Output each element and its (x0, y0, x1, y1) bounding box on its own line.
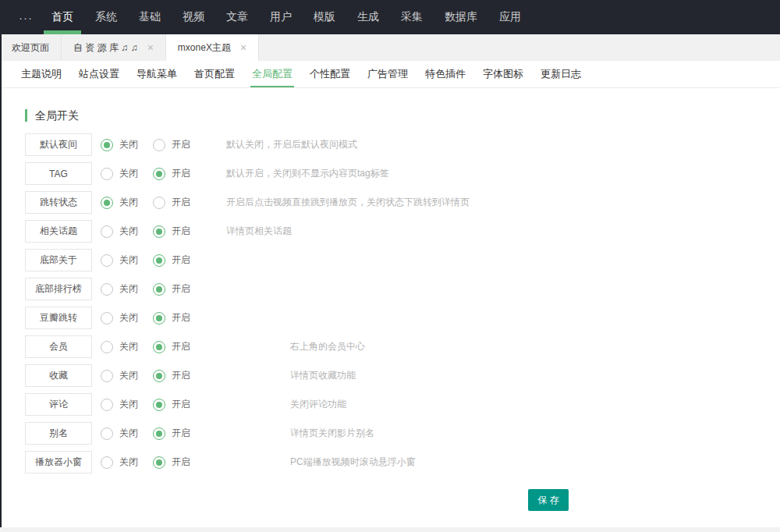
radio-option-on[interactable]: 开启 (153, 398, 193, 411)
topnav-item[interactable]: 基础 (131, 0, 168, 34)
radio-option-on[interactable]: 开启 (153, 311, 193, 325)
topnav-item[interactable]: 数据库 (437, 0, 485, 34)
radio-on-label[interactable]: 开启 (172, 254, 190, 267)
radio-off-circle[interactable] (101, 370, 113, 382)
radio-option-off[interactable]: 关闭 (101, 369, 141, 382)
radio-on-label[interactable]: 开启 (172, 456, 190, 469)
radio-on-circle[interactable] (153, 312, 165, 325)
radio-option-on[interactable]: 开启 (153, 225, 193, 238)
radio-option-on[interactable]: 开启 (153, 196, 193, 209)
radio-option-off[interactable]: 关闭 (101, 225, 141, 238)
radio-option-off[interactable]: 关闭 (101, 456, 141, 469)
topnav-item[interactable]: 模版 (306, 0, 343, 34)
config-tab[interactable]: 特色插件 (424, 61, 467, 87)
config-tab[interactable]: 导航菜单 (135, 61, 179, 87)
radio-on-label[interactable]: 开启 (172, 167, 190, 180)
radio-off-label[interactable]: 关闭 (119, 254, 138, 267)
radio-on-circle[interactable] (153, 139, 165, 151)
radio-on-circle[interactable] (153, 283, 165, 296)
topnav-item[interactable]: 首页 (44, 0, 81, 34)
radio-off-label[interactable]: 关闭 (119, 398, 138, 411)
radio-on-label[interactable]: 开启 (172, 369, 190, 382)
radio-on-circle[interactable] (153, 370, 165, 382)
radio-off-circle[interactable] (101, 254, 113, 267)
close-icon[interactable]: × (147, 42, 154, 53)
config-tab[interactable]: 字体图标 (481, 61, 525, 87)
config-tab[interactable]: 主题说明 (20, 61, 63, 87)
radio-off-circle[interactable] (101, 197, 113, 209)
radio-option-off[interactable]: 关闭 (101, 196, 141, 209)
radio-on-circle[interactable] (153, 456, 165, 469)
radio-on-label[interactable]: 开启 (172, 340, 190, 353)
radio-off-circle[interactable] (101, 225, 113, 238)
radio-option-on[interactable]: 开启 (153, 254, 193, 267)
config-tab[interactable]: 广告管理 (366, 61, 410, 87)
page-tab[interactable]: 欢迎页面 × (0, 34, 62, 61)
radio-option-off[interactable]: 关闭 (101, 254, 141, 267)
radio-option-off[interactable]: 关闭 (101, 282, 141, 296)
radio-off-label[interactable]: 关闭 (119, 196, 138, 209)
config-tab[interactable]: 首页配置 (193, 61, 236, 87)
radio-option-on[interactable]: 开启 (153, 456, 193, 469)
topnav-item[interactable]: 用户 (262, 0, 300, 34)
radio-on-circle[interactable] (153, 341, 165, 353)
radio-off-label[interactable]: 关闭 (119, 369, 138, 382)
radio-on-circle[interactable] (153, 254, 165, 267)
topnav-item[interactable]: 视频 (175, 0, 212, 34)
config-tab[interactable]: 全局配置 (250, 61, 294, 87)
radio-on-label[interactable]: 开启 (172, 138, 190, 151)
radio-on-label[interactable]: 开启 (172, 225, 190, 238)
radio-on-circle[interactable] (153, 168, 165, 180)
radio-off-label[interactable]: 关闭 (119, 138, 138, 151)
close-icon[interactable]: × (240, 42, 246, 53)
radio-off-circle[interactable] (101, 283, 113, 296)
radio-option-off[interactable]: 关闭 (101, 340, 141, 353)
config-tab[interactable]: 更新日志 (539, 61, 583, 87)
radio-on-circle[interactable] (153, 427, 165, 440)
topnav-item[interactable]: 采集 (393, 0, 431, 34)
page-tab[interactable]: 自 资 源 库 ♫ ♫ × (62, 34, 166, 61)
topnav-item[interactable]: 系统 (87, 0, 125, 34)
topnav-item[interactable]: 应用 (491, 0, 529, 34)
config-tab[interactable]: 站点设置 (77, 61, 121, 87)
radio-option-on[interactable]: 开启 (153, 369, 193, 382)
radio-off-circle[interactable] (101, 139, 113, 151)
radio-off-label[interactable]: 关闭 (119, 282, 138, 296)
radio-on-label[interactable]: 开启 (172, 196, 190, 209)
radio-option-on[interactable]: 开启 (153, 138, 193, 151)
radio-on-label[interactable]: 开启 (172, 282, 190, 296)
radio-on-circle[interactable] (153, 399, 165, 411)
radio-option-on[interactable]: 开启 (153, 167, 193, 180)
topnav-item[interactable]: 生成 (349, 0, 387, 34)
radio-off-circle[interactable] (101, 312, 113, 325)
radio-off-label[interactable]: 关闭 (119, 225, 138, 238)
radio-option-off[interactable]: 关闭 (101, 311, 141, 325)
radio-option-on[interactable]: 开启 (153, 282, 193, 296)
radio-on-label[interactable]: 开启 (172, 427, 190, 440)
radio-option-off[interactable]: 关闭 (101, 138, 141, 151)
radio-option-off[interactable]: 关闭 (101, 398, 141, 411)
save-button[interactable]: 保存 (528, 489, 569, 511)
topnav-item[interactable]: 文章 (218, 0, 256, 34)
more-menu-icon[interactable]: ··· (11, 0, 41, 34)
radio-on-label[interactable]: 开启 (172, 398, 190, 411)
radio-off-circle[interactable] (101, 456, 113, 469)
radio-off-circle[interactable] (101, 168, 113, 180)
radio-off-label[interactable]: 关闭 (119, 427, 138, 440)
radio-option-off[interactable]: 关闭 (101, 427, 141, 440)
radio-on-circle[interactable] (153, 225, 165, 238)
radio-off-label[interactable]: 关闭 (119, 340, 138, 353)
config-tab[interactable]: 个性配置 (308, 61, 352, 87)
radio-on-label[interactable]: 开启 (172, 311, 190, 325)
radio-option-on[interactable]: 开启 (153, 427, 193, 440)
radio-option-on[interactable]: 开启 (153, 340, 193, 353)
page-tab[interactable]: mxoneX主题 × (166, 34, 259, 61)
radio-option-off[interactable]: 关闭 (101, 167, 141, 180)
radio-off-circle[interactable] (101, 399, 113, 411)
radio-off-circle[interactable] (101, 341, 113, 353)
radio-off-label[interactable]: 关闭 (119, 167, 138, 180)
radio-off-label[interactable]: 关闭 (119, 311, 138, 325)
radio-off-label[interactable]: 关闭 (119, 456, 138, 469)
radio-off-circle[interactable] (101, 427, 113, 440)
radio-on-circle[interactable] (153, 197, 165, 209)
